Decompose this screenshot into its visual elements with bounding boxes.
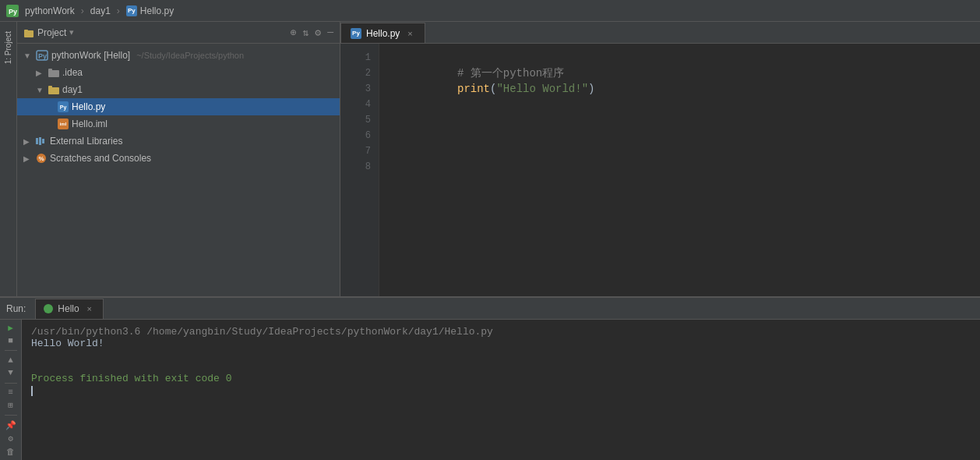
svg-text:Py: Py	[9, 8, 17, 16]
tree-item-ext-lib[interactable]: ▶ External Libraries	[17, 133, 340, 150]
run-stop-button[interactable]: ■	[3, 336, 19, 345]
string-token: "Hello World!"	[496, 83, 588, 95]
tree-item-idea[interactable]: ▶ .idea	[17, 64, 340, 81]
svg-rect-9	[48, 86, 52, 89]
ext-lib-label: External Libraries	[50, 136, 122, 147]
main-content: 1: Project Project ▾ ⊕ ⇅ ⚙ —	[0, 22, 980, 296]
run-status-line: Process finished with exit code 0	[31, 373, 971, 384]
project-name: pythonWork	[25, 5, 75, 16]
tab-py-icon: Py	[351, 28, 361, 39]
tab-label: Hello.py	[366, 28, 400, 39]
breadcrumb-sep1: ›	[81, 5, 84, 16]
code-area[interactable]: # 第一个python程序 print("Hello World!")	[379, 44, 980, 296]
run-divider-3	[5, 415, 17, 416]
run-wrap-button[interactable]: ≡	[3, 387, 19, 397]
run-tab-icon	[44, 304, 53, 313]
tree-item-day1[interactable]: ▼ day1	[17, 81, 340, 98]
run-filter-button[interactable]: ⊞	[3, 400, 19, 410]
run-tab-close[interactable]: ×	[84, 303, 95, 314]
code-line-6	[392, 128, 968, 143]
left-panel: Project ▾ ⊕ ⇅ ⚙ — ▼ Py pythonWork [Hello…	[17, 22, 340, 296]
idea-label: .idea	[62, 67, 83, 78]
breadcrumb-file: Py Hello.py	[126, 5, 174, 16]
project-root-label: pythonWork [Hello]	[51, 50, 130, 61]
breadcrumb-sep2: ›	[117, 5, 120, 16]
file-py-icon: Py	[126, 5, 137, 16]
run-play-button[interactable]: ▶	[3, 323, 19, 333]
code-line-8	[392, 159, 968, 175]
svg-rect-7	[48, 69, 52, 72]
code-line-4	[392, 97, 968, 112]
run-content: ▶ ■ ▲ ▼ ≡ ⊞ 📌 ⚙ 🗑 /usr/bin/python3.6 /ho…	[0, 320, 980, 460]
run-tab-bar: Run: Hello ×	[0, 298, 980, 320]
scratches-icon: %	[36, 153, 47, 164]
tree-item-hello-py[interactable]: Py Hello.py	[17, 98, 340, 115]
tree-arrow-day1: ▼	[36, 86, 45, 94]
ext-lib-icon	[36, 136, 47, 146]
tree-item-scratches[interactable]: ▶ % Scratches and Consoles	[17, 150, 340, 167]
svg-rect-3	[24, 30, 28, 32]
run-cursor-line	[31, 384, 971, 396]
folder-icon	[23, 27, 34, 38]
project-label: Project ▾	[23, 27, 74, 38]
app-icon: Py	[6, 5, 19, 17]
code-line-7	[392, 143, 968, 159]
day1-label: day1	[62, 84, 83, 95]
tree-arrow-ext: ▶	[23, 137, 33, 146]
hello-iml-label: Hello.iml	[72, 119, 108, 129]
comment-token: # 第一个python程序	[457, 67, 564, 80]
line-num-5: 5	[340, 112, 379, 128]
run-delete-button[interactable]: 🗑	[3, 447, 19, 457]
line-num-1: 1	[340, 50, 379, 65]
code-editor[interactable]: 1 2 3 4 5 6 7 8 # 第一个python程序 print("Hel…	[340, 44, 980, 296]
paren-close: )	[588, 83, 594, 95]
sync-icon[interactable]: ⊕	[291, 27, 297, 39]
file-tree: ▼ Py pythonWork [Hello] ~/Study/IdeaProj…	[17, 44, 340, 296]
sort-icon[interactable]: ⇅	[303, 27, 309, 39]
run-output-blank-1	[31, 349, 971, 361]
svg-text:Py: Py	[38, 52, 47, 60]
run-pin-button[interactable]: 📌	[3, 420, 19, 430]
run-tab-hello[interactable]: Hello ×	[35, 299, 103, 319]
line-numbers: 1 2 3 4 5 6 7 8	[340, 44, 379, 296]
line-num-4: 4	[340, 97, 379, 112]
side-strip: 1: Project	[0, 22, 17, 296]
run-label: Run:	[6, 303, 26, 314]
run-panel: Run: Hello × ▶ ■ ▲ ▼ ≡ ⊞ 📌 ⚙ 🗑 /usr/bin/…	[0, 296, 980, 460]
hello-py-label: Hello.py	[72, 101, 105, 112]
breadcrumb-folder: day1	[90, 5, 111, 16]
run-sidebar: ▶ ■ ▲ ▼ ≡ ⊞ 📌 ⚙ 🗑	[0, 320, 22, 460]
scratches-label: Scratches and Consoles	[50, 153, 151, 164]
project-root-icon: Py	[36, 49, 48, 62]
hello-iml-icon: iml	[58, 119, 69, 129]
settings-icon[interactable]: ⚙	[315, 27, 321, 39]
idea-folder-icon	[48, 68, 59, 77]
run-divider-2	[5, 383, 17, 384]
run-divider-1	[5, 350, 17, 351]
day1-folder-icon	[48, 85, 59, 94]
hello-py-icon: Py	[58, 101, 69, 112]
line-num-8: 8	[340, 159, 379, 175]
run-output: /usr/bin/python3.6 /home/yangbin/Study/I…	[22, 320, 980, 460]
run-output-line-1: Hello World!	[31, 338, 971, 349]
line-num-3: 3	[340, 81, 379, 97]
tab-bar: Py Hello.py ×	[340, 22, 980, 44]
tab-close-button[interactable]: ×	[404, 28, 415, 39]
editor-tab-hello-py[interactable]: Py Hello.py ×	[340, 23, 425, 43]
cursor	[31, 386, 33, 396]
line-num-6: 6	[340, 128, 379, 143]
code-line-5	[392, 112, 968, 128]
run-scroll-up[interactable]: ▲	[3, 356, 19, 365]
run-scroll-down[interactable]: ▼	[3, 368, 19, 377]
side-strip-label: 1: Project	[4, 31, 12, 64]
right-panel: Py Hello.py × 1 2 3 4 5 6 7 8 # 第一个pytho…	[340, 22, 980, 296]
minimize-icon[interactable]: —	[327, 27, 333, 38]
tree-item-root[interactable]: ▼ Py pythonWork [Hello] ~/Study/IdeaProj…	[17, 47, 340, 64]
run-settings-button[interactable]: ⚙	[3, 433, 19, 444]
toolbar-icons: ⊕ ⇅ ⚙ —	[291, 27, 333, 39]
dropdown-arrow[interactable]: ▾	[69, 27, 74, 37]
tree-arrow-root: ▼	[23, 51, 33, 60]
tree-arrow-scratches: ▶	[23, 154, 33, 163]
svg-text:%: %	[39, 155, 44, 162]
tree-item-hello-iml[interactable]: iml Hello.iml	[17, 115, 340, 133]
